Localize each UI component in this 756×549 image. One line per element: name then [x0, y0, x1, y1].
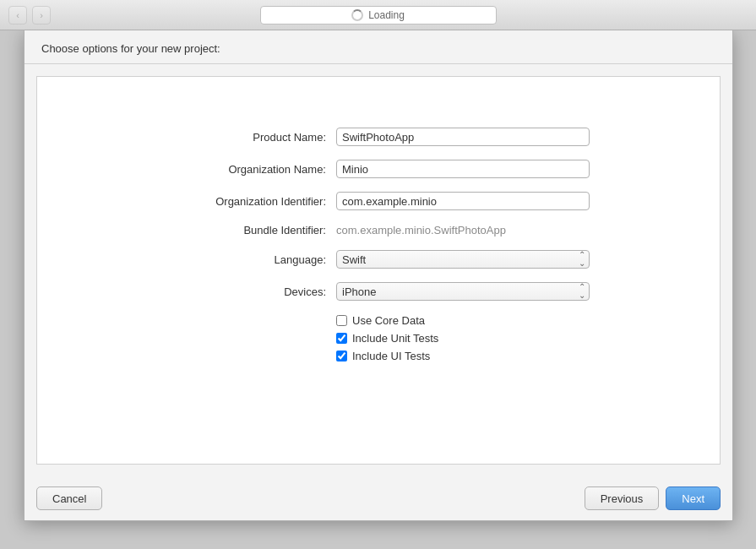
loading-indicator: Loading — [260, 6, 497, 24]
devices-label: Devices: — [167, 285, 336, 298]
dialog-footer: Cancel Previous Next — [24, 476, 732, 520]
language-control: Swift Objective-C ⌃⌄ — [336, 250, 590, 269]
cancel-button[interactable]: Cancel — [36, 486, 102, 510]
bundle-identifier-row: Bundle Identifier: com.example.minio.Swi… — [37, 224, 720, 236]
use-core-data-label[interactable]: Use Core Data — [352, 314, 425, 327]
org-identifier-input[interactable] — [336, 192, 590, 210]
include-ui-tests-label[interactable]: Include UI Tests — [352, 350, 430, 362]
spinner-icon — [351, 9, 363, 21]
next-button[interactable]: Next — [666, 486, 721, 510]
devices-row: Devices: iPhone iPad Universal ⌃⌄ — [37, 282, 720, 301]
back-button[interactable]: ‹ — [8, 6, 27, 24]
product-name-label: Product Name: — [167, 131, 336, 144]
forward-button[interactable]: › — [32, 6, 51, 24]
use-core-data-checkbox[interactable] — [336, 315, 347, 326]
dialog-title: Choose options for your new project: — [41, 42, 220, 55]
devices-select[interactable]: iPhone iPad Universal — [336, 282, 590, 301]
include-unit-tests-checkbox[interactable] — [336, 333, 347, 344]
form-area: Product Name: Organization Name: Organiz… — [37, 111, 720, 379]
language-row: Language: Swift Objective-C ⌃⌄ — [37, 250, 720, 269]
loading-text: Loading — [368, 9, 405, 21]
org-name-input[interactable] — [336, 160, 590, 178]
language-label: Language: — [167, 253, 336, 266]
org-identifier-control — [336, 192, 590, 210]
nav-btn-group: Previous Next — [585, 486, 721, 510]
include-ui-tests-checkbox[interactable] — [336, 351, 347, 361]
language-select-wrapper: Swift Objective-C ⌃⌄ — [336, 250, 590, 269]
nav-buttons: ‹ › — [8, 6, 51, 24]
language-select[interactable]: Swift Objective-C — [336, 250, 590, 269]
dialog-content: Product Name: Organization Name: Organiz… — [36, 76, 721, 465]
devices-select-wrapper: iPhone iPad Universal ⌃⌄ — [336, 282, 590, 301]
product-name-control — [336, 128, 590, 146]
previous-button[interactable]: Previous — [585, 486, 660, 510]
include-unit-tests-label[interactable]: Include Unit Tests — [352, 332, 438, 345]
bundle-identifier-value: com.example.minio.SwiftPhotoApp — [336, 222, 506, 238]
product-name-row: Product Name: — [37, 128, 720, 146]
checkboxes-control: Use Core Data Include Unit Tests Include… — [336, 314, 590, 362]
org-identifier-label: Organization Identifier: — [167, 195, 336, 208]
org-name-row: Organization Name: — [37, 160, 720, 178]
include-unit-tests-row: Include Unit Tests — [336, 332, 590, 345]
bundle-identifier-label: Bundle Identifier: — [167, 224, 336, 236]
title-bar: ‹ › Loading — [0, 0, 756, 30]
checkboxes-row: Use Core Data Include Unit Tests Include… — [37, 314, 720, 362]
org-name-control — [336, 160, 590, 178]
org-name-label: Organization Name: — [167, 163, 336, 176]
devices-control: iPhone iPad Universal ⌃⌄ — [336, 282, 590, 301]
dialog-header: Choose options for your new project: — [24, 30, 732, 64]
use-core-data-row: Use Core Data — [336, 314, 590, 327]
bundle-identifier-control: com.example.minio.SwiftPhotoApp — [336, 224, 590, 236]
product-name-input[interactable] — [336, 128, 590, 146]
org-identifier-row: Organization Identifier: — [37, 192, 720, 210]
include-ui-tests-row: Include UI Tests — [336, 350, 590, 362]
checkboxes-area: Use Core Data Include Unit Tests Include… — [336, 314, 590, 362]
dialog-window: Choose options for your new project: Pro… — [24, 30, 733, 521]
